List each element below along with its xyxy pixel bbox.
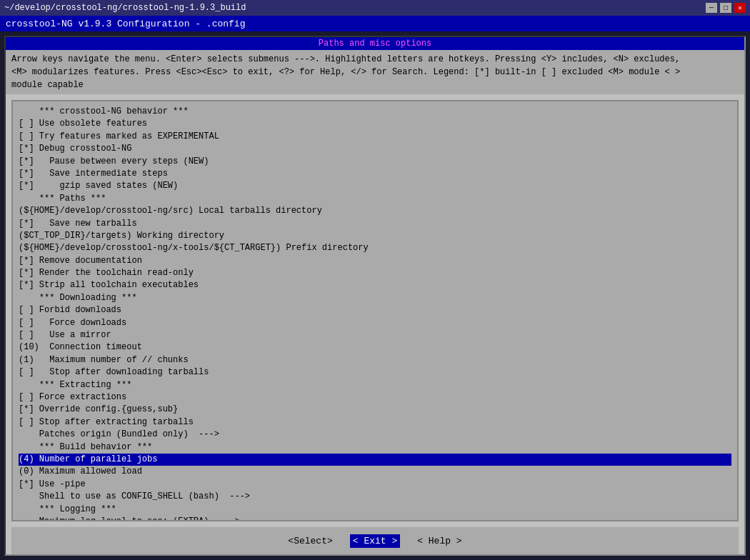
menu-title: Paths and misc options <box>319 39 431 49</box>
config-line[interactable]: [ ] Stop after extracting tarballs <box>19 416 731 429</box>
info-line-3: module capable <box>11 79 739 91</box>
config-line[interactable]: *** Logging *** <box>19 504 731 516</box>
config-line[interactable]: *** Build behavior *** <box>19 441 731 454</box>
config-line[interactable]: (4) Number of parallel jobs <box>19 454 731 466</box>
window-title: ~/develop/crosstool-ng/crosstool-ng-1.9.… <box>4 3 246 13</box>
minimize-button[interactable]: ─ <box>706 3 717 13</box>
config-line[interactable]: (${HOME}/develop/crosstool-ng/src) Local… <box>19 205 731 217</box>
config-line[interactable]: [*] Remove documentation <box>19 255 731 267</box>
config-line[interactable]: [*] Debug crosstool-NG <box>19 143 731 155</box>
menu-bar: Paths and misc options <box>6 37 744 50</box>
main-container: Paths and misc options Arrow keys naviga… <box>4 36 746 556</box>
bottom-bar: <Select> < Exit > < Help > <box>11 527 739 554</box>
exit-button[interactable]: < Exit > <box>350 534 400 548</box>
app-title: crosstool-NG v1.9.3 Configuration - .con… <box>6 19 245 29</box>
config-line[interactable]: [*] Render the toolchain read-only <box>19 267 731 279</box>
maximize-button[interactable]: □ <box>720 3 731 13</box>
info-line-2: <M> modularizes features. Press <Esc><Es… <box>11 66 739 79</box>
config-line[interactable]: [ ] Use obsolete features <box>19 118 731 130</box>
config-line[interactable]: Maximum log level to see: (EXTRA) ---> <box>19 516 731 521</box>
window-controls: ─ □ ✕ <box>706 3 746 13</box>
info-line-1: Arrow keys navigate the menu. <Enter> se… <box>11 53 739 66</box>
config-line[interactable]: [*] Strip all toolchain executables <box>19 279 731 291</box>
close-button[interactable]: ✕ <box>734 3 746 13</box>
config-line[interactable]: (${HOME}/develop/crosstool-ng/x-tools/${… <box>19 242 731 254</box>
config-line[interactable]: *** Extracting *** <box>19 379 731 391</box>
config-line[interactable]: [*] Pause between every steps (NEW) <box>19 156 731 168</box>
config-line[interactable]: *** Downloading *** <box>19 292 731 304</box>
config-line[interactable]: (1) Maximum number of // chunks <box>19 354 731 366</box>
app-header: crosstool-NG v1.9.3 Configuration - .con… <box>0 16 750 31</box>
info-area: Arrow keys navigate the menu. <Enter> se… <box>6 50 744 94</box>
config-line[interactable]: [ ] Force extractions <box>19 391 731 404</box>
config-line[interactable]: (0) Maximum allowed load <box>19 466 731 478</box>
config-line[interactable]: Patches origin (Bundled only) ---> <box>19 429 731 441</box>
config-line[interactable]: [*] Save intermediate steps <box>19 168 731 180</box>
config-line[interactable]: *** Paths *** <box>19 193 731 205</box>
config-line[interactable]: [ ] Force downloads <box>19 317 731 329</box>
config-line[interactable]: (10) Connection timeout <box>19 341 731 354</box>
window-titlebar: ~/develop/crosstool-ng/crosstool-ng-1.9.… <box>0 0 750 16</box>
select-button[interactable]: <Select> <box>285 534 335 548</box>
config-line[interactable]: [ ] Forbid downloads <box>19 304 731 316</box>
config-line[interactable]: [*] gzip saved states (NEW) <box>19 180 731 192</box>
config-line[interactable]: [ ] Stop after downloading tarballs <box>19 366 731 379</box>
config-line[interactable]: [ ] Use a mirror <box>19 329 731 341</box>
config-line[interactable]: [*] Override config.{guess,sub} <box>19 404 731 416</box>
config-line[interactable]: [*] Save new tarballs <box>19 218 731 230</box>
help-button[interactable]: < Help > <box>414 534 464 548</box>
config-line[interactable]: [*] Use -pipe <box>19 479 731 491</box>
config-line[interactable]: *** crosstool-NG behavior *** <box>19 106 731 118</box>
config-line[interactable]: [ ] Try features marked as EXPERIMENTAL <box>19 131 731 143</box>
config-line[interactable]: Shell to use as CONFIG_SHELL (bash) ---> <box>19 491 731 503</box>
config-line[interactable]: ($CT_TOP_DIR}/targets) Working directory <box>19 230 731 242</box>
config-area: *** crosstool-NG behavior ***[ ] Use obs… <box>11 100 739 521</box>
